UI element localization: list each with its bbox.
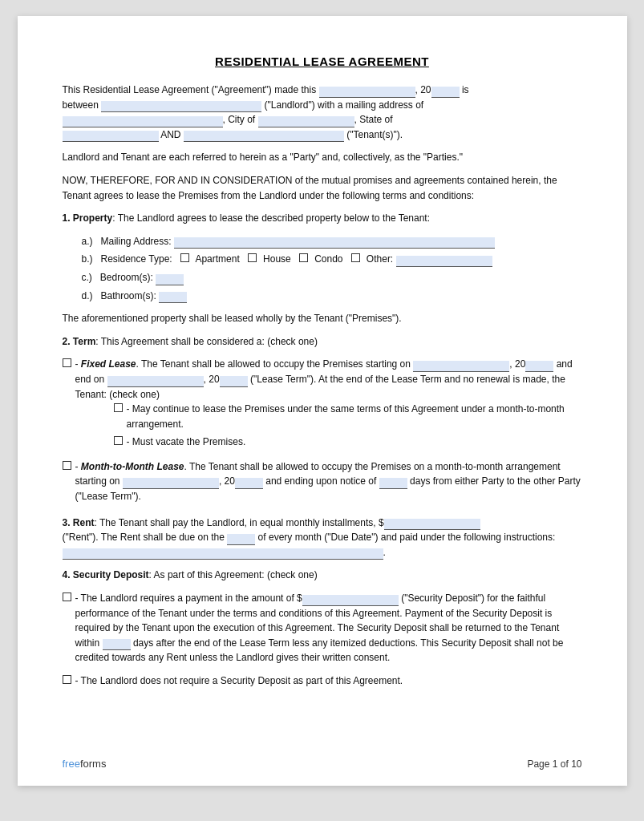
continue-lease-option: - May continue to lease the Premises und… [114,402,582,431]
month-to-month-option: - Month-to-Month Lease. The Tenant shall… [63,459,582,504]
parties-paragraph: Landlord and Tenant are each referred to… [63,150,582,165]
page-footer: freeforms Page 1 of 10 [18,758,627,770]
fixed-lease-text: - Fixed Lease. The Tenant shall be allow… [75,357,582,455]
house-label: House [263,253,296,265]
bedrooms-row: c.) Bedroom(s): [82,270,582,285]
consideration-paragraph: NOW, THEREFORE, FOR AND IN CONSIDERATION… [63,173,582,203]
landlord-name-field[interactable] [101,101,261,112]
mtm-year-field[interactable] [235,478,263,489]
vacate-option: - Must vacate the Premises. [114,435,582,450]
start-date-field[interactable] [413,361,509,372]
section4-header: 4. Security Deposit: As part of this Agr… [63,568,582,583]
no-security-deposit-checkbox[interactable] [63,675,71,684]
end-date-field[interactable] [107,376,204,387]
section2-header: 2. Term: This Agreement shall be conside… [63,334,582,350]
bathrooms-field[interactable] [159,292,187,303]
apartment-label: Apartment [195,253,245,265]
security-deposit-required-option: - The Landlord requires a payment in the… [63,591,582,665]
intro-paragraph: This Residential Lease Agreement ("Agree… [63,83,582,142]
end-year-field[interactable] [220,376,248,387]
mailing-address-field[interactable] [63,116,223,127]
section1-header: 1. Property: The Landlord agrees to leas… [63,211,582,226]
premises-footer: The aforementioned property shall be lea… [63,311,582,326]
section1-items: a.) Mailing Address: b.) Residence Type:… [63,234,582,303]
house-checkbox[interactable] [248,253,257,262]
payment-instructions-field[interactable] [63,548,383,560]
return-days-field[interactable] [103,639,131,650]
document-page: RESIDENTIAL LEASE AGREEMENT This Residen… [18,16,627,786]
date-field[interactable] [319,87,415,98]
rent-amount-field[interactable] [384,519,480,530]
fixed-lease-option: - Fixed Lease. The Tenant shall be allow… [63,357,582,455]
intro-line1: This Residential Lease Agreement ("Agree… [63,84,317,95]
apartment-checkbox[interactable] [180,253,189,262]
due-date-field[interactable] [227,534,255,545]
month-to-month-checkbox[interactable] [63,461,71,470]
page-number: Page 1 of 10 [527,758,581,770]
other-checkbox[interactable] [351,253,360,262]
vacate-checkbox[interactable] [114,436,123,445]
mailing-address-row: a.) Mailing Address: [82,234,582,249]
other-label: Other: [367,253,396,265]
freeforms-logo: freeforms [63,758,107,770]
condo-checkbox[interactable] [299,253,308,262]
year-field[interactable] [431,87,460,98]
fixed-lease-checkbox[interactable] [63,358,71,367]
residence-type-row: b.) Residence Type: Apartment House Cond… [82,252,582,267]
notice-days-field[interactable] [379,478,407,489]
security-deposit-required-checkbox[interactable] [63,592,71,601]
other-type-field[interactable] [396,256,492,267]
state-field[interactable] [63,131,159,142]
city-field[interactable] [258,116,354,127]
no-security-deposit-option: - The Landlord does not require a Securi… [63,673,582,689]
tenant-name-field[interactable] [184,131,344,142]
mtm-start-date-field[interactable] [123,478,219,489]
fixed-lease-suboptions: - May continue to lease the Premises und… [75,402,582,450]
document-title: RESIDENTIAL LEASE AGREEMENT [63,55,582,68]
property-address-field[interactable] [174,237,495,249]
start-year-field[interactable] [525,361,553,372]
bathrooms-row: d.) Bathroom(s): [82,289,582,304]
section3-header: 3. Rent: The Tenant shall pay the Landlo… [63,516,582,560]
condo-label: Condo [314,253,348,265]
bedrooms-field[interactable] [156,274,184,285]
security-deposit-amount-field[interactable] [302,595,399,606]
continue-lease-checkbox[interactable] [114,403,123,412]
